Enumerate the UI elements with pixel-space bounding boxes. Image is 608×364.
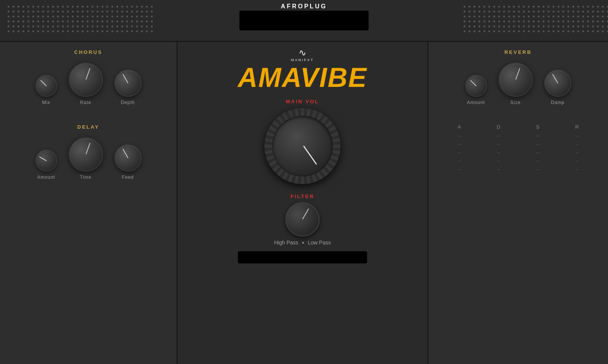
filter-buttons: High Pass Low Pass: [274, 240, 331, 246]
adsr-r2-r: --: [557, 141, 597, 147]
delay-amount-knob[interactable]: [35, 150, 57, 172]
reverb-damp-item: Damp: [544, 69, 572, 105]
adsr-r1-a: --: [440, 133, 479, 139]
adsr-header: A D S R: [440, 124, 597, 130]
reverb-amount-knob[interactable]: [465, 75, 487, 97]
chorus-label: CHORUS: [74, 49, 102, 55]
chorus-depth-item: Depth: [114, 69, 142, 105]
manifxt-logo: ∿ MANIFXT: [291, 47, 314, 62]
adsr-row-4: -- -- -- --: [440, 158, 597, 164]
adsr-r4-a: --: [440, 158, 479, 164]
adsr-r2-d: --: [479, 141, 518, 147]
adsr-row-1: -- -- -- --: [440, 133, 597, 139]
adsr-r5-r: --: [557, 166, 597, 172]
reverb-damp-label: Damp: [551, 100, 564, 105]
delay-feed-label: Feed: [122, 175, 134, 180]
center-panel: ∿ MANIFXT AMAVIBE MAIN VOL FILTER High P: [177, 42, 428, 364]
reverb-amount-item: Amount: [465, 75, 487, 105]
chorus-rate-item: Rate: [69, 63, 103, 105]
delay-label: DELAY: [78, 124, 100, 130]
adsr-r4-r: --: [557, 158, 597, 164]
chorus-rate-knob[interactable]: [69, 63, 103, 97]
main-vol-knob[interactable]: [264, 108, 340, 184]
speaker-grill-left: [8, 6, 144, 36]
reverb-size-label: Size: [510, 100, 521, 105]
delay-feed-item: Feed: [114, 144, 142, 180]
chorus-mix-knob[interactable]: [35, 75, 57, 97]
manifxt-brand: MANIFXT: [291, 58, 314, 62]
filter-section: FILTER High Pass Low Pass: [238, 188, 367, 263]
adsr-r5-s: --: [518, 166, 557, 172]
adsr-a-header: A: [440, 124, 479, 130]
delay-amount-item: Amount: [35, 150, 57, 180]
adsr-row-3: -- -- -- --: [440, 150, 597, 156]
chorus-knob-group: Mix Rate Depth: [35, 63, 142, 105]
adsr-section: A D S R -- -- -- -- -- -- -- -- -- -- --: [428, 117, 608, 182]
adsr-r1-s: --: [518, 133, 557, 139]
delay-knob-group: Amount Time Feed: [35, 137, 142, 180]
adsr-row-2: -- -- -- --: [440, 141, 597, 147]
top-bar: AFROPLUG: [0, 0, 608, 42]
adsr-r3-r: --: [557, 150, 597, 156]
reverb-label: REVERB: [504, 49, 532, 55]
app-title: AFROPLUG: [281, 3, 327, 10]
chorus-depth-label: Depth: [121, 100, 135, 105]
adsr-d-header: D: [479, 124, 518, 130]
speaker-grill-right: [464, 6, 600, 36]
adsr-r4-s: --: [518, 158, 557, 164]
bottom-display: [238, 251, 367, 263]
chorus-depth-knob[interactable]: [114, 69, 142, 97]
adsr-r5-a: --: [440, 166, 479, 172]
reverb-size-item: Size: [499, 63, 533, 105]
adsr-r5-d: --: [479, 166, 518, 172]
reverb-size-knob[interactable]: [499, 63, 533, 97]
adsr-s-header: S: [518, 124, 557, 130]
filter-separator-dot: [302, 242, 304, 244]
top-display: [239, 11, 369, 30]
main-vol-label: MAIN VOL: [286, 99, 319, 104]
plugin-name: AMAVIBE: [238, 64, 367, 91]
high-pass-label[interactable]: High Pass: [274, 240, 298, 246]
adsr-r3-s: --: [518, 150, 557, 156]
chorus-mix-label: Mix: [42, 100, 51, 105]
manifxt-wave-icon: ∿: [299, 47, 306, 58]
filter-knob[interactable]: [285, 202, 320, 236]
adsr-r4-d: --: [479, 158, 518, 164]
delay-time-label: Time: [80, 175, 91, 180]
adsr-r3-d: --: [479, 150, 518, 156]
chorus-rate-label: Rate: [80, 100, 91, 105]
adsr-r-header: R: [557, 124, 597, 130]
adsr-r1-d: --: [479, 133, 518, 139]
main-container: CHORUS Mix Rate Depth: [0, 42, 608, 364]
right-panel: REVERB Amount Size Dam: [428, 42, 608, 364]
reverb-damp-knob[interactable]: [544, 69, 572, 97]
adsr-r2-s: --: [518, 141, 557, 147]
reverb-knob-group: Amount Size Damp: [465, 63, 572, 105]
delay-feed-knob[interactable]: [114, 144, 142, 172]
adsr-r2-a: --: [440, 141, 479, 147]
left-panel: CHORUS Mix Rate Depth: [0, 42, 177, 364]
adsr-r1-r: --: [557, 133, 597, 139]
adsr-r3-a: --: [440, 150, 479, 156]
delay-amount-label: Amount: [37, 175, 55, 180]
low-pass-label[interactable]: Low Pass: [308, 240, 331, 246]
filter-label: FILTER: [291, 194, 315, 199]
delay-time-item: Time: [69, 137, 103, 180]
delay-time-knob[interactable]: [69, 137, 103, 172]
main-vol-knob-inner: [272, 116, 333, 176]
adsr-row-5: -- -- -- --: [440, 166, 597, 172]
reverb-amount-label: Amount: [467, 100, 485, 105]
chorus-mix-item: Mix: [35, 75, 57, 105]
